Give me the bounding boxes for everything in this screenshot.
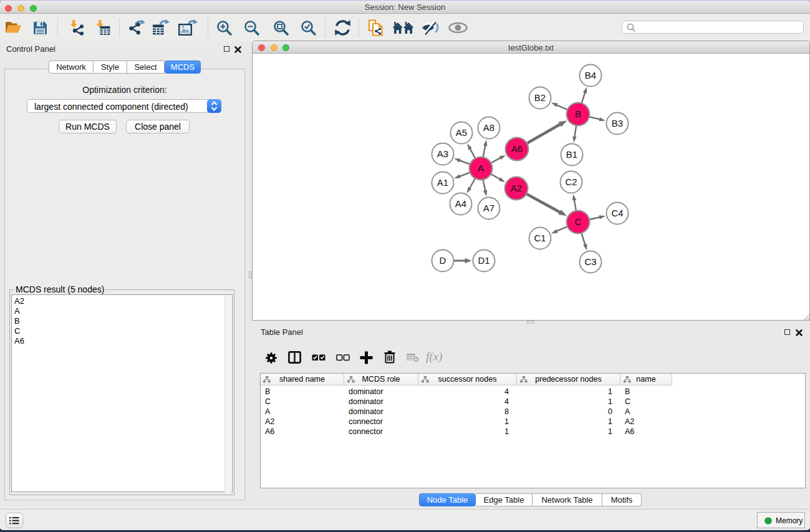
svg-text:C1: C1 [534,233,546,243]
svg-text:B3: B3 [612,118,623,128]
svg-text:C4: C4 [611,208,623,218]
svg-text:C3: C3 [584,256,596,267]
svg-text:A: A [478,163,484,173]
svg-text:A6: A6 [511,143,523,154]
svg-text:D: D [440,255,446,266]
svg-text:C: C [575,216,582,227]
svg-text:A5: A5 [456,127,467,138]
svg-text:B4: B4 [585,70,596,80]
svg-text:A4: A4 [455,198,466,209]
svg-text:A3: A3 [437,148,448,159]
svg-text:B: B [575,109,581,119]
svg-text:B1: B1 [566,149,577,160]
svg-text:A1: A1 [437,177,448,188]
svg-text:A7: A7 [483,203,494,213]
svg-text:A2: A2 [511,183,522,193]
svg-text:C2: C2 [565,177,577,187]
svg-text:B2: B2 [534,92,546,103]
svg-text:A8: A8 [483,122,494,133]
svg-text:D1: D1 [478,255,489,266]
